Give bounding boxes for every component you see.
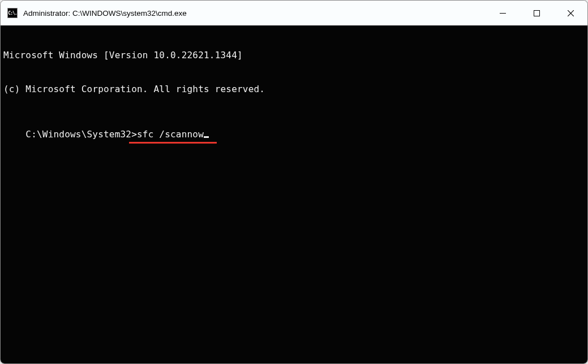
maximize-button[interactable]	[520, 1, 553, 25]
cmd-window: C:\. Administrator: C:\WINDOWS\system32\…	[0, 0, 588, 364]
prompt-line: C:\Windows\System32>sfc /scannow	[25, 129, 209, 140]
titlebar[interactable]: C:\. Administrator: C:\WINDOWS\system32\…	[1, 1, 587, 25]
command-text: sfc /scannow	[137, 129, 204, 140]
window-title: Administrator: C:\WINDOWS\system32\cmd.e…	[23, 9, 486, 18]
maximize-icon	[534, 10, 540, 16]
window-controls	[486, 1, 587, 25]
prompt-text: C:\Windows\System32>	[25, 129, 137, 140]
cursor	[204, 136, 209, 138]
minimize-icon	[500, 10, 506, 16]
cmd-icon: C:\.	[7, 8, 18, 18]
svg-rect-1	[534, 10, 539, 16]
annotation-underline	[129, 142, 217, 144]
terminal-area[interactable]: Microsoft Windows [Version 10.0.22621.13…	[1, 25, 587, 363]
cmd-icon-text: C:\.	[8, 11, 16, 16]
close-button[interactable]	[553, 1, 587, 25]
copyright-line: (c) Microsoft Corporation. All rights re…	[3, 84, 585, 95]
minimize-button[interactable]	[486, 1, 520, 25]
close-icon	[568, 10, 574, 16]
version-line: Microsoft Windows [Version 10.0.22621.13…	[3, 50, 585, 61]
